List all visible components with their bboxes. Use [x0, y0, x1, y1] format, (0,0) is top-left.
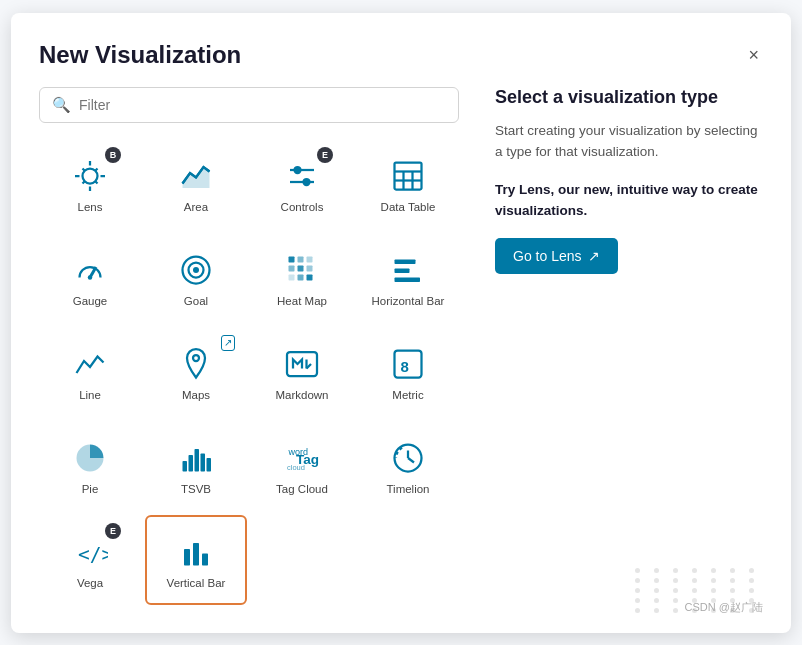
viz-item-goal[interactable]: Goal	[145, 233, 247, 323]
svg-point-0	[83, 169, 98, 184]
svg-rect-23	[307, 275, 313, 281]
svg-rect-22	[298, 275, 304, 281]
svg-point-11	[88, 275, 93, 280]
svg-rect-19	[298, 266, 304, 272]
search-icon: 🔍	[52, 96, 71, 114]
svg-rect-25	[395, 269, 410, 274]
svg-point-27	[193, 355, 199, 361]
svg-line-43	[408, 458, 414, 463]
viz-item-controls[interactable]: E Controls	[251, 139, 353, 229]
svg-rect-20	[307, 266, 313, 272]
right-title: Select a visualization type	[495, 87, 763, 108]
viz-item-metric[interactable]: 8 Metric	[357, 327, 459, 417]
svg-rect-15	[289, 257, 295, 263]
viz-item-area[interactable]: Area	[145, 139, 247, 229]
metric-icon: 8	[386, 344, 430, 384]
line-icon	[68, 344, 112, 384]
viz-item-data-table[interactable]: Data Table	[357, 139, 459, 229]
viz-item-timelion[interactable]: Timelion	[357, 421, 459, 511]
vega-label: Vega	[77, 576, 103, 591]
controls-badge: E	[317, 147, 333, 163]
modal-overlay: New Visualization × 🔍 B Lens	[0, 0, 802, 645]
svg-rect-34	[189, 455, 194, 472]
viz-item-pie[interactable]: Pie	[39, 421, 141, 511]
svg-rect-47	[202, 554, 208, 566]
heat-map-label: Heat Map	[277, 294, 327, 309]
lens-button-label: Go to Lens	[513, 248, 582, 264]
right-panel: Select a visualization type Start creati…	[483, 87, 763, 613]
maps-label: Maps	[182, 388, 210, 403]
viz-item-tsvb[interactable]: TSVB	[145, 421, 247, 511]
markdown-label: Markdown	[275, 388, 328, 403]
line-label: Line	[79, 388, 101, 403]
close-button[interactable]: ×	[744, 42, 763, 68]
svg-point-4	[304, 179, 310, 185]
viz-item-gauge[interactable]: Gauge	[39, 233, 141, 323]
viz-item-vega[interactable]: E </> Vega	[39, 515, 141, 605]
tag-cloud-icon: word Tag cloud	[280, 438, 324, 478]
viz-item-horizontal-bar[interactable]: Horizontal Bar	[357, 233, 459, 323]
go-to-lens-button[interactable]: Go to Lens ↗	[495, 238, 618, 274]
svg-text:cloud: cloud	[287, 463, 305, 472]
svg-point-14	[193, 267, 199, 273]
right-description-plain: Start creating your visualization by sel…	[495, 120, 763, 163]
viz-item-vertical-bar[interactable]: Vertical Bar	[145, 515, 247, 605]
svg-rect-36	[201, 454, 206, 472]
area-icon	[174, 156, 218, 196]
viz-item-tag-cloud[interactable]: word Tag cloud Tag Cloud	[251, 421, 353, 511]
timelion-icon	[386, 438, 430, 478]
pie-label: Pie	[82, 482, 99, 497]
modal: New Visualization × 🔍 B Lens	[11, 13, 791, 633]
external-link-icon: ↗	[588, 248, 600, 264]
watermark: CSDN @赵广陆	[685, 600, 763, 615]
lens-label: Lens	[78, 200, 103, 215]
viz-item-lens[interactable]: B Lens	[39, 139, 141, 229]
pie-icon	[68, 438, 112, 478]
viz-grid: B Lens Area E	[39, 139, 459, 605]
gauge-icon	[68, 250, 112, 290]
heat-map-icon	[280, 250, 324, 290]
left-panel: 🔍 B Lens	[39, 87, 459, 613]
svg-rect-26	[395, 278, 421, 283]
markdown-icon	[280, 344, 324, 384]
search-input[interactable]	[79, 97, 446, 113]
maps-icon	[174, 344, 218, 384]
viz-item-maps[interactable]: ↗ Maps	[145, 327, 247, 417]
goal-label: Goal	[184, 294, 208, 309]
vega-icon: </>	[68, 532, 112, 572]
svg-rect-45	[184, 549, 190, 566]
svg-rect-21	[289, 275, 295, 281]
lens-badge: B	[105, 147, 121, 163]
timelion-label: Timelion	[386, 482, 429, 497]
horizontal-bar-label: Horizontal Bar	[372, 294, 445, 309]
tag-cloud-label: Tag Cloud	[276, 482, 328, 497]
viz-item-markdown[interactable]: Markdown	[251, 327, 353, 417]
vertical-bar-label: Vertical Bar	[167, 576, 226, 591]
gauge-label: Gauge	[73, 294, 108, 309]
svg-rect-33	[183, 461, 188, 472]
viz-item-heat-map[interactable]: Heat Map	[251, 233, 353, 323]
right-description-bold-text: Try Lens, our new, intuitive way to crea…	[495, 182, 758, 219]
controls-icon	[280, 156, 324, 196]
tsvb-label: TSVB	[181, 482, 211, 497]
right-description-bold: Try Lens, our new, intuitive way to crea…	[495, 179, 763, 222]
controls-label: Controls	[281, 200, 324, 215]
svg-point-3	[295, 167, 301, 173]
horizontal-bar-icon	[386, 250, 430, 290]
maps-ext-badge: ↗	[221, 335, 235, 351]
data-table-icon	[386, 156, 430, 196]
lens-icon	[68, 156, 112, 196]
area-label: Area	[184, 200, 208, 215]
svg-rect-24	[395, 260, 416, 265]
vertical-bar-icon	[174, 532, 218, 572]
svg-rect-18	[289, 266, 295, 272]
modal-title: New Visualization	[39, 41, 241, 69]
svg-rect-46	[193, 543, 199, 566]
svg-rect-37	[207, 458, 212, 472]
svg-text:8: 8	[401, 358, 409, 375]
vega-badge: E	[105, 523, 121, 539]
viz-item-line[interactable]: Line	[39, 327, 141, 417]
svg-rect-16	[298, 257, 304, 263]
svg-text:</>: </>	[78, 543, 108, 566]
svg-rect-5	[395, 163, 422, 190]
